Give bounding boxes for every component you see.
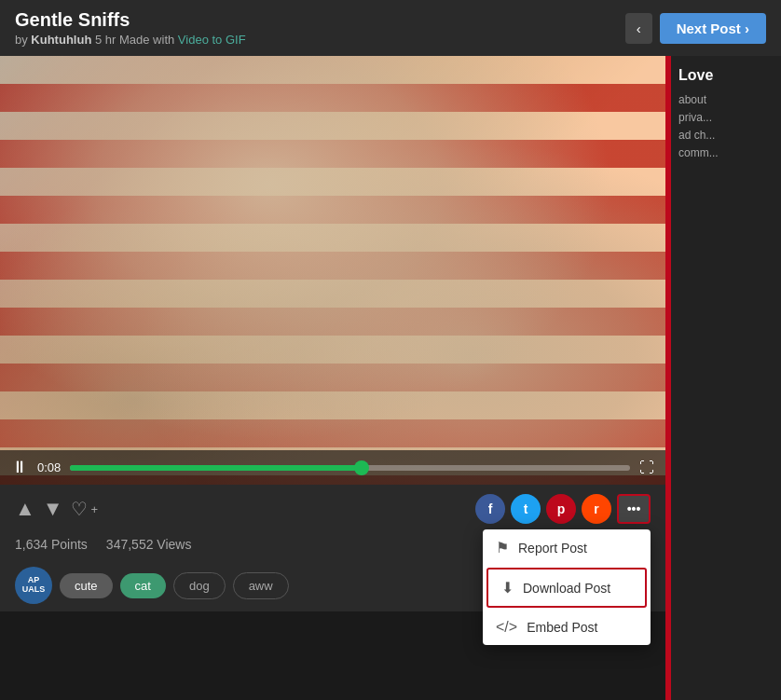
tag-cute[interactable]: cute [60,573,113,598]
sidebar-link-about[interactable]: about [678,93,774,106]
points-label: Points [51,537,88,552]
page-header: Gentle Sniffs by Kuhtuhluh 5 hr Made wit… [0,0,781,56]
sidebar-title: Love [678,67,774,84]
sidebar-link-ad[interactable]: ad ch... [678,129,774,142]
made-with-link[interactable]: Video to GIF [178,33,246,47]
report-post-label: Report Post [518,541,587,556]
download-icon: ⬇ [501,579,514,597]
next-post-label: Next Post [677,21,741,36]
post-time: 5 hr [95,33,116,47]
content-area: ⏸ 0:08 ⛶ ▲ ▼ ♡ + f t p [0,56,665,700]
play-pause-button[interactable]: ⏸ [11,458,28,477]
sidebar-link-privacy[interactable]: priva... [678,111,774,124]
actions-bar: ▲ ▼ ♡ + f t p r ••• ⚑ Report Post [0,485,665,533]
video-frame [0,56,665,485]
prev-post-button[interactable]: ‹ [625,13,652,44]
download-post-label: Download Post [523,581,610,596]
views-label: Views [157,537,191,552]
progress-thumb [354,460,369,475]
facebook-button[interactable]: f [475,494,505,524]
tag-dog[interactable]: dog [173,572,226,599]
post-author: Kuhtuhluh [31,33,91,47]
sidebar: Love about priva... ad ch... comm... [671,56,781,700]
progress-fill [70,465,361,471]
site-logo: APUALS [15,567,52,604]
twitter-button[interactable]: t [511,494,541,524]
tag-aww[interactable]: aww [233,572,289,599]
post-meta: by Kuhtuhluh 5 hr Made with Video to GIF [15,33,246,47]
next-post-button[interactable]: Next Post › [660,13,766,44]
points-value: 1,634 [15,537,48,552]
vote-actions: ▲ ▼ ♡ + [15,497,98,521]
heart-button[interactable]: ♡ + [71,498,99,520]
embed-post-label: Embed Post [527,620,597,635]
nav-controls: ‹ Next Post › [625,13,766,44]
progress-bar[interactable] [70,465,630,471]
logo-area: APUALS [15,567,52,604]
report-post-item[interactable]: ⚑ Report Post [483,529,651,566]
dropdown-menu: ⚑ Report Post ⬇ Download Post </> Embed … [483,529,651,645]
download-post-item[interactable]: ⬇ Download Post [486,568,647,608]
points-display: 1,634 Points [15,537,88,552]
heart-icon: ♡ [71,498,88,520]
made-with-label: Made with [119,33,178,47]
downvote-button[interactable]: ▼ [43,497,63,521]
post-info: Gentle Sniffs by Kuhtuhluh 5 hr Made wit… [15,9,246,47]
main-layout: ⏸ 0:08 ⛶ ▲ ▼ ♡ + f t p [0,56,781,700]
views-value: 347,552 [106,537,154,552]
next-post-arrow: › [745,21,749,36]
sidebar-link-comm[interactable]: comm... [678,146,774,159]
by-label: by [15,33,31,47]
report-icon: ⚑ [496,539,509,556]
video-overlay [0,56,665,485]
fullscreen-button[interactable]: ⛶ [639,460,654,476]
pinterest-button[interactable]: p [546,494,576,524]
video-controls: ⏸ 0:08 ⛶ [0,450,665,485]
embed-icon: </> [496,619,517,636]
time-display: 0:08 [37,460,61,474]
video-container: ⏸ 0:08 ⛶ [0,56,665,485]
more-button[interactable]: ••• [617,494,651,524]
reddit-button[interactable]: r [582,494,611,524]
tag-cat[interactable]: cat [120,573,166,598]
upvote-button[interactable]: ▲ [15,497,35,521]
post-title: Gentle Sniffs [15,9,246,31]
social-actions: f t p r ••• ⚑ Report Post ⬇ Download Pos… [475,494,651,524]
embed-post-item[interactable]: </> Embed Post [483,610,651,645]
heart-plus: + [91,502,99,516]
views-display: 347,552 Views [106,537,192,552]
